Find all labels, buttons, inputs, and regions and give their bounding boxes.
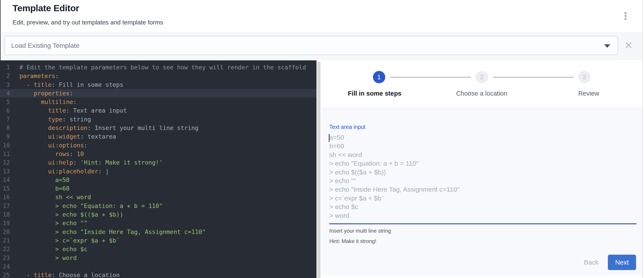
line-number: 22	[0, 245, 10, 253]
multiline-textarea[interactable]: a=50b=60sh << word> echo "Equation: a + …	[329, 133, 636, 224]
code-line[interactable]: 2parameters:	[0, 72, 316, 80]
page-title: Template Editor	[12, 3, 79, 13]
code-line[interactable]: 14 a=50	[0, 176, 316, 184]
textarea-placeholder-line: > word	[329, 211, 636, 220]
code-text: rows: 10	[20, 150, 84, 158]
line-number: 25	[0, 271, 10, 278]
stepper-circles: 123	[321, 60, 642, 83]
line-number: 18	[0, 210, 10, 219]
dropdown-caret-icon	[604, 44, 610, 48]
line-number: 16	[0, 193, 10, 201]
textarea-placeholder-line: > echo $c	[329, 202, 636, 211]
code-line[interactable]: 4 properties:	[0, 89, 316, 98]
code-line[interactable]: 1# Edit the template parameters below to…	[0, 63, 316, 72]
step-connector	[493, 77, 574, 77]
left-edge-divider	[0, 0, 1, 60]
line-number: 2	[0, 72, 10, 80]
code-text: > echo ""	[20, 219, 88, 227]
code-line[interactable]: 18 > echo $(($a + $b))	[0, 210, 316, 219]
line-number: 23	[0, 254, 10, 262]
code-line[interactable]: 10 ui:options:	[0, 141, 316, 150]
step-circle: 1	[373, 71, 385, 83]
code-text: b=60	[20, 184, 70, 193]
code-line[interactable]: 13 ui:placeholder: |	[0, 167, 316, 176]
line-number: 8	[0, 124, 10, 132]
code-text: ui:placeholder: |	[20, 167, 109, 176]
code-text: > echo "Equation: a + b = 110"	[20, 202, 163, 210]
code-text: sh << word	[20, 193, 91, 201]
line-number: 12	[0, 158, 10, 167]
code-line[interactable]: 15 b=60	[0, 184, 316, 193]
code-text: # Edit the template parameters below to …	[20, 63, 306, 72]
code-line[interactable]: 7 type: string	[0, 115, 316, 124]
code-line[interactable]: 23 > word	[0, 254, 316, 262]
code-line[interactable]: 16 sh << word	[0, 193, 316, 201]
preview-panel: 123 Fill in some stepsChoose a locationR…	[321, 60, 642, 278]
code-text: - title: Fill in some steps	[20, 80, 123, 89]
scrollbar-thumb[interactable]	[317, 61, 320, 278]
line-number: 5	[0, 98, 10, 106]
step-label: Choose a location	[428, 90, 535, 97]
textarea-placeholder-line: > c=`expr $a + $b`	[329, 194, 636, 202]
code-line[interactable]: 19 > echo ""	[0, 219, 316, 227]
line-number: 21	[0, 236, 10, 245]
code-line[interactable]: 3 - title: Fill in some steps	[0, 80, 316, 89]
back-button[interactable]: Back	[584, 259, 598, 266]
textarea-placeholder-line: > echo "Inside Here Tag, Assignment c=11…	[329, 185, 636, 194]
template-editor-page: Template Editor Edit, preview, and try o…	[0, 0, 643, 278]
code-text: ui:options:	[20, 141, 88, 150]
helper-hint: Hint: Make it strong!	[329, 238, 636, 244]
stepper-labels: Fill in some stepsChoose a locationRevie…	[321, 90, 642, 97]
editor-lines: 1# Edit the template parameters below to…	[0, 63, 316, 278]
code-text: multiline:	[20, 98, 77, 106]
line-number: 19	[0, 219, 10, 227]
code-line[interactable]: 25 - title: Choose a location	[0, 271, 316, 278]
textarea-placeholder-line: > echo $(($a + $b))	[329, 168, 636, 176]
line-number: 24	[0, 262, 10, 271]
clear-selection-button[interactable]: ✕	[624, 38, 634, 52]
form-actions: Back Next	[584, 255, 636, 270]
code-text: a=50	[20, 176, 70, 184]
code-editor[interactable]: 1# Edit the template parameters below to…	[0, 60, 316, 278]
line-number: 3	[0, 80, 10, 89]
code-text: properties:	[20, 89, 73, 98]
line-number: 10	[0, 141, 10, 150]
code-text: type: string	[20, 115, 91, 124]
load-template-placeholder: Load Existing Template	[11, 42, 80, 49]
kebab-menu-icon[interactable]	[621, 10, 630, 21]
x-icon: ✕	[624, 40, 633, 51]
code-line[interactable]: 20 > echo "Inside Here Tag, Assignment c…	[0, 228, 316, 236]
code-line[interactable]: 9 ui:widget: textarea	[0, 132, 316, 141]
line-number: 14	[0, 176, 10, 184]
code-text: > echo $c	[20, 245, 88, 253]
line-number: 6	[0, 106, 10, 115]
load-template-select[interactable]: Load Existing Template	[4, 36, 618, 55]
helper-description: Insert your multi line string	[329, 228, 636, 234]
textarea-placeholder-line: sh << word	[329, 150, 636, 159]
code-text: > word	[20, 254, 77, 262]
code-line[interactable]: 8 description: Insert your multi line st…	[0, 124, 316, 132]
code-line[interactable]: 5 multiline:	[0, 98, 316, 106]
line-number: 17	[0, 202, 10, 210]
form-area: Text area input a=50b=60sh << word> echo…	[321, 108, 642, 275]
line-number: 11	[0, 150, 10, 158]
code-line[interactable]: 17 > echo "Equation: a + b = 110"	[0, 202, 316, 210]
code-line[interactable]: 6 title: Text area input	[0, 106, 316, 115]
line-number: 1	[0, 63, 10, 72]
code-line[interactable]: 21 > c=`expr $a + $b`	[0, 236, 316, 245]
field-label: Text area input	[329, 124, 636, 130]
step-label: Fill in some steps	[321, 90, 428, 97]
code-text: > echo "Inside Here Tag, Assignment c=11…	[20, 228, 206, 236]
code-line[interactable]: 11 rows: 10	[0, 150, 316, 158]
code-text: - title: Choose a location	[20, 271, 120, 278]
workspace: 1# Edit the template parameters below to…	[0, 60, 642, 278]
code-line[interactable]: 22 > echo $c	[0, 245, 316, 253]
textarea-placeholder-line: > echo ""	[329, 176, 636, 185]
code-text: > echo $(($a + $b))	[20, 210, 123, 219]
template-loader-bar: Load Existing Template ✕	[0, 33, 642, 60]
editor-scrollbar	[316, 60, 321, 278]
code-line[interactable]: 24	[0, 262, 316, 271]
code-line[interactable]: 12 ui:help: 'Hint: Make it strong!'	[0, 158, 316, 167]
step-label: Review	[535, 90, 642, 97]
next-button[interactable]: Next	[608, 255, 636, 270]
